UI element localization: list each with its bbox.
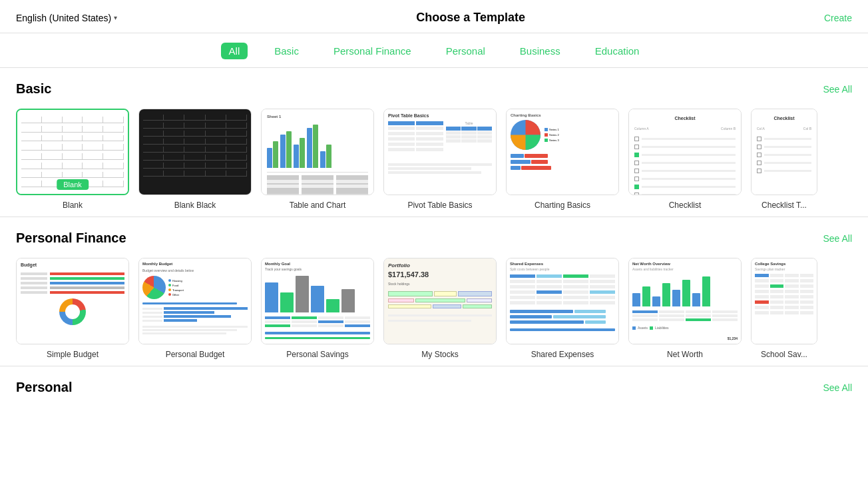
basic-see-all[interactable]: See All [823,84,852,95]
my-stocks-preview: Portfolio $171,547.38 Stock holdings [384,258,496,344]
template-shared-expenses[interactable]: Shared Expenses Split costs between peop… [506,258,619,359]
personal-finance-section-header: Personal Finance See All [16,231,852,246]
lang-label: English (United States) [16,13,111,23]
template-checklist[interactable]: Checklist Column AColumn B Checklist [628,109,742,210]
shared-expenses-thumbnail: Shared Expenses Split costs between peop… [506,258,619,344]
tab-personal[interactable]: Personal [438,43,493,59]
blank-thumbnail: Blank [16,109,129,195]
personal-finance-section: Personal Finance See All Budget [0,217,868,366]
checklist-label: Checklist [669,201,702,210]
personal-budget-thumbnail: Monthly Budget Budget overview and detai… [138,258,252,344]
personal-savings-thumbnail: Monthly Goal Track your savings goals [261,258,374,344]
template-net-worth[interactable]: Net Worth Overview Assets and liabilitie… [628,258,742,359]
table-chart-preview: Sheet 1 [262,109,373,195]
blank-black-preview [139,109,251,195]
personal-savings-label: Personal Savings [286,350,348,359]
template-blank[interactable]: Blank Blank [16,109,129,210]
table-chart-thumbnail: Sheet 1 [261,109,374,195]
template-pivot-table[interactable]: Pivot Table Basics Table [383,109,497,210]
basic-section-title: Basic [16,81,51,97]
blank-black-label: Blank Black [174,201,216,210]
personal-section-title: Personal [16,380,72,395]
template-charting-basics[interactable]: Charting Basics Series 1 Series 2 Ser [506,109,619,210]
basic-section-header: Basic See All [16,81,852,97]
tab-bar: All Basic Personal Finance Personal Busi… [0,33,868,68]
net-worth-thumbnail: Net Worth Overview Assets and liabilitie… [628,258,742,344]
personal-section: Personal See All [0,366,868,414]
tab-all[interactable]: All [221,43,248,59]
charting-basics-label: Charting Basics [535,201,590,210]
simple-budget-preview: Budget [17,258,128,344]
blank-label: Blank [63,201,83,210]
template-simple-budget[interactable]: Budget Simple Budget [16,258,129,359]
shared-expenses-preview: Shared Expenses Split costs between peop… [507,258,618,344]
template-personal-budget[interactable]: Monthly Budget Budget overview and detai… [138,258,252,359]
pivot-preview: Pivot Table Basics Table [384,109,496,195]
school-savings-preview: College Savings Savings plan tracker [752,258,817,344]
school-savings-label: School Sav... [761,350,807,359]
pie-chart-icon [511,120,541,150]
template-checklist2[interactable]: Checklist Col ACol B Checklist T... [751,109,817,210]
template-personal-savings[interactable]: Monthly Goal Track your savings goals [261,258,374,359]
shared-expenses-label: Shared Expenses [531,350,594,359]
header: English (United States) ▾ Choose a Templ… [0,0,868,33]
tab-personal-finance[interactable]: Personal Finance [326,43,419,59]
net-worth-preview: Net Worth Overview Assets and liabilitie… [629,258,741,344]
simple-budget-thumbnail: Budget [16,258,129,344]
personal-budget-preview: Monthly Budget Budget overview and detai… [139,258,251,344]
tab-education[interactable]: Education [587,43,648,59]
create-button[interactable]: Create [824,13,852,23]
blank-badge: Blank [57,179,89,190]
net-worth-label: Net Worth [667,350,703,359]
blank-black-thumbnail [138,109,252,195]
charting-basics-thumbnail: Charting Basics Series 1 Series 2 Ser [506,109,619,195]
checklist2-preview: Checklist Col ACol B [752,109,817,195]
simple-budget-label: Simple Budget [47,350,99,359]
basic-template-row: Blank Blank Blank Black [16,109,852,210]
checklist-thumbnail: Checklist Column AColumn B [628,109,742,195]
tab-basic[interactable]: Basic [266,43,307,59]
basic-section: Basic See All Blank Blank [0,68,868,217]
personal-finance-template-row: Budget Simple Budget [16,258,852,359]
my-stocks-label: My Stocks [421,350,458,359]
pivot-table-label: Pivot Table Basics [407,201,472,210]
personal-savings-preview: Monthly Goal Track your savings goals [262,258,373,344]
template-blank-black[interactable]: Blank Black [138,109,252,210]
pivot-table-thumbnail: Pivot Table Basics Table [383,109,497,195]
template-my-stocks[interactable]: Portfolio $171,547.38 Stock holdings [383,258,497,359]
my-stocks-thumbnail: Portfolio $171,547.38 Stock holdings [383,258,497,344]
template-table-chart[interactable]: Sheet 1 [261,109,374,210]
table-chart-label: Table and Chart [290,201,346,210]
charting-basics-preview: Charting Basics Series 1 Series 2 Ser [507,109,618,195]
tab-business[interactable]: Business [512,43,568,59]
checklist2-thumbnail: Checklist Col ACol B [751,109,817,195]
lang-selector[interactable]: English (United States) ▾ [16,13,117,23]
personal-finance-title: Personal Finance [16,231,126,246]
checklist2-label: Checklist T... [761,201,807,210]
personal-see-all[interactable]: See All [823,382,852,393]
personal-finance-see-all[interactable]: See All [823,233,852,244]
personal-budget-label: Personal Budget [166,350,225,359]
template-school-savings[interactable]: College Savings Savings plan tracker Sch… [751,258,817,359]
checklist-preview: Checklist Column AColumn B [629,109,741,195]
personal-section-header: Personal See All [16,380,852,395]
page-title: Choose a Template [117,11,824,25]
school-savings-thumbnail: College Savings Savings plan tracker [751,258,817,344]
